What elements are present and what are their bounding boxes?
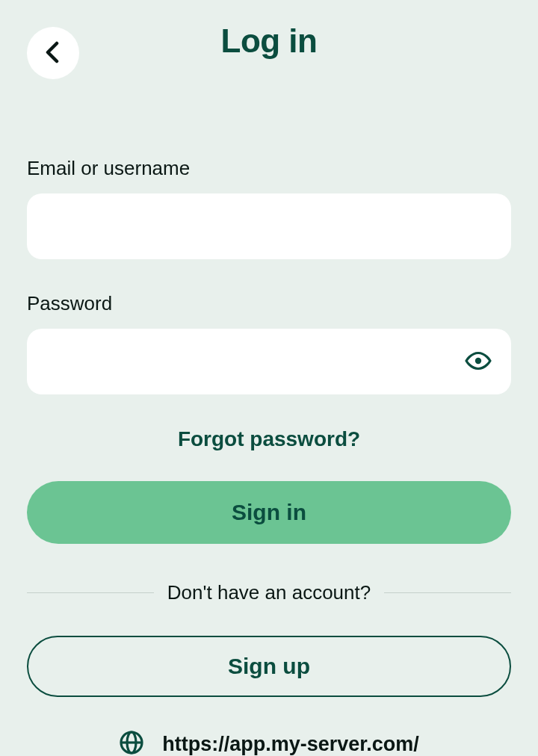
server-url-text: https://app.my-server.com/ bbox=[162, 733, 419, 756]
back-button[interactable] bbox=[27, 27, 79, 79]
email-label: Email or username bbox=[27, 157, 511, 180]
login-form: Email or username Password Forgot passwo… bbox=[0, 82, 538, 756]
forgot-password-link[interactable]: Forgot password? bbox=[27, 427, 511, 451]
server-url-row[interactable]: https://app.my-server.com/ bbox=[27, 730, 511, 756]
signin-button[interactable]: Sign in bbox=[27, 481, 511, 544]
divider-text: Don't have an account? bbox=[167, 581, 371, 604]
password-label: Password bbox=[27, 292, 511, 315]
password-field-group: Password bbox=[27, 292, 511, 394]
password-input-wrap bbox=[27, 329, 511, 394]
password-input[interactable] bbox=[27, 329, 511, 394]
email-input-wrap bbox=[27, 193, 511, 259]
eye-icon bbox=[465, 351, 492, 373]
divider-line-right bbox=[384, 592, 511, 593]
page-title: Log in bbox=[221, 22, 318, 60]
chevron-left-icon bbox=[43, 41, 63, 66]
globe-icon bbox=[119, 730, 144, 756]
divider-line-left bbox=[27, 592, 154, 593]
email-field-group: Email or username bbox=[27, 157, 511, 259]
signup-button[interactable]: Sign up bbox=[27, 636, 511, 697]
signup-divider: Don't have an account? bbox=[27, 581, 511, 604]
svg-point-0 bbox=[475, 357, 481, 363]
header: Log in bbox=[0, 0, 538, 82]
toggle-password-visibility-button[interactable] bbox=[460, 344, 496, 379]
email-input[interactable] bbox=[27, 193, 511, 259]
